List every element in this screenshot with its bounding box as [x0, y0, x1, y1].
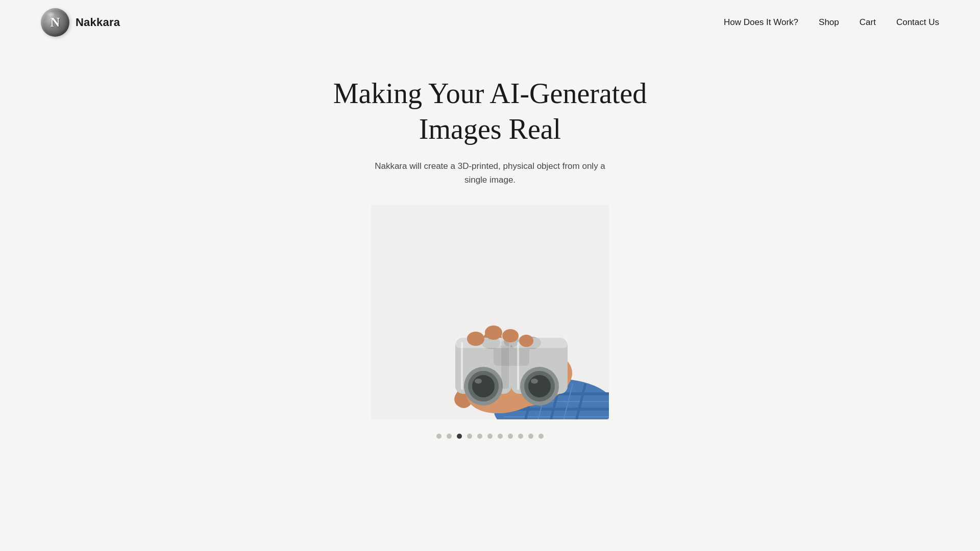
carousel-dot-5[interactable] — [487, 434, 493, 439]
svg-point-38 — [485, 325, 502, 340]
carousel-dot-3[interactable] — [467, 434, 472, 439]
carousel-dot-1[interactable] — [447, 434, 452, 439]
carousel-dot-9[interactable] — [528, 434, 533, 439]
svg-point-31 — [531, 379, 538, 384]
carousel-dot-2[interactable] — [457, 434, 462, 439]
carousel-image-svg — [371, 205, 609, 419]
svg-rect-34 — [501, 340, 509, 389]
svg-rect-20 — [494, 345, 529, 366]
nav-how-it-works[interactable]: How Does It Work? — [724, 17, 798, 28]
svg-point-26 — [472, 375, 495, 397]
main-content: Making Your AI-Generated Images Real Nak… — [0, 45, 980, 439]
hero-subtitle: Nakkara will create a 3D-printed, physic… — [362, 159, 618, 187]
svg-point-40 — [519, 335, 533, 347]
nav-shop[interactable]: Shop — [819, 17, 839, 28]
carousel-dots — [436, 434, 544, 439]
carousel-dot-7[interactable] — [508, 434, 513, 439]
hero-title: Making Your AI-Generated Images Real — [311, 76, 669, 147]
nav-cart[interactable]: Cart — [860, 17, 876, 28]
carousel-dot-10[interactable] — [538, 434, 544, 439]
nav-contact-us[interactable]: Contact Us — [896, 17, 939, 28]
brand-name: Nakkara — [76, 16, 120, 29]
svg-point-27 — [475, 379, 482, 384]
logo-area[interactable]: N Nakkara — [41, 8, 120, 37]
carousel-dot-4[interactable] — [477, 434, 482, 439]
site-header: N Nakkara How Does It Work? Shop Cart Co… — [0, 0, 980, 45]
svg-point-30 — [528, 375, 551, 397]
carousel-dot-8[interactable] — [518, 434, 523, 439]
carousel-slide — [371, 205, 609, 419]
svg-point-39 — [502, 329, 519, 342]
carousel — [371, 205, 609, 419]
carousel-dot-6[interactable] — [498, 434, 503, 439]
logo-letter: N — [51, 15, 60, 30]
logo-icon: N — [41, 8, 69, 37]
main-nav: How Does It Work? Shop Cart Contact Us — [724, 17, 939, 28]
carousel-dot-0[interactable] — [436, 434, 442, 439]
svg-point-37 — [467, 332, 484, 346]
